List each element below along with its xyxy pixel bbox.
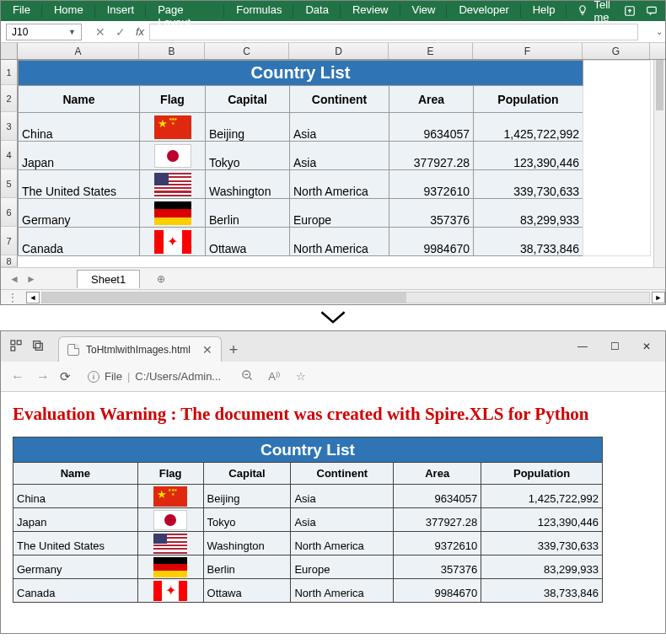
cell-name[interactable]: The United States bbox=[19, 170, 140, 199]
th-capital[interactable]: Capital bbox=[206, 86, 290, 113]
back-button[interactable]: ← bbox=[9, 369, 26, 384]
cell-population[interactable]: 1,425,722,992 bbox=[474, 113, 583, 142]
ribbon-tab-home[interactable]: Home bbox=[42, 1, 95, 21]
drag-handle-icon[interactable]: ⋮ bbox=[1, 292, 26, 303]
cell-flag[interactable] bbox=[140, 170, 206, 199]
ribbon-tab-formulas[interactable]: Formulas bbox=[224, 1, 293, 21]
ribbon-tab-file[interactable]: File bbox=[1, 1, 42, 21]
address-bar[interactable]: i File | C:/Users/Admin... bbox=[79, 367, 229, 386]
cell-continent[interactable]: Asia bbox=[290, 142, 389, 170]
row-header-7[interactable]: 7 bbox=[1, 227, 18, 255]
cell-continent[interactable]: North America bbox=[290, 170, 389, 199]
col-header-d[interactable]: D bbox=[289, 43, 389, 59]
cell-flag[interactable] bbox=[140, 228, 206, 256]
ribbon-tab-insert[interactable]: Insert bbox=[95, 1, 147, 21]
cell-population[interactable]: 123,390,446 bbox=[474, 142, 583, 170]
col-header-g[interactable]: G bbox=[583, 43, 650, 59]
col-header-a[interactable]: A bbox=[18, 43, 139, 59]
cell-name[interactable]: China bbox=[19, 113, 140, 142]
cell-name[interactable]: Japan bbox=[19, 142, 140, 170]
name-box[interactable]: J10 ▼ bbox=[6, 24, 82, 40]
tabs-overview-icon[interactable] bbox=[31, 339, 45, 355]
cell-area[interactable]: 357376 bbox=[389, 199, 474, 228]
zoom-icon[interactable] bbox=[238, 369, 256, 384]
row-header-5[interactable]: 5 bbox=[1, 169, 18, 198]
row-header-1[interactable]: 1 bbox=[1, 60, 18, 85]
cell-capital[interactable]: Berlin bbox=[206, 199, 290, 228]
workspace-icon[interactable] bbox=[9, 339, 23, 355]
ribbon-tab-developer[interactable]: Developer bbox=[447, 1, 520, 21]
forward-button[interactable]: → bbox=[35, 369, 51, 384]
cell-capital[interactable]: Washington bbox=[206, 170, 290, 199]
ribbon-tab-view[interactable]: View bbox=[400, 1, 448, 21]
favorite-icon[interactable]: ☆ bbox=[292, 370, 310, 383]
row-header-4[interactable]: 4 bbox=[1, 141, 18, 169]
comments-icon[interactable] bbox=[645, 4, 658, 18]
cancel-formula-icon[interactable]: ✕ bbox=[90, 25, 110, 39]
ribbon-tab-help[interactable]: Help bbox=[521, 1, 567, 21]
sheet-nav-prev-icon[interactable]: ◄ bbox=[9, 273, 19, 285]
col-header-e[interactable]: E bbox=[389, 43, 473, 59]
cell-population[interactable]: 38,733,846 bbox=[474, 228, 583, 256]
th-area[interactable]: Area bbox=[389, 86, 474, 113]
row-header-3[interactable]: 3 bbox=[1, 112, 18, 141]
add-sheet-button[interactable]: ⊕ bbox=[150, 271, 172, 287]
cell-area[interactable]: 9372610 bbox=[389, 170, 474, 199]
accept-formula-icon[interactable]: ✓ bbox=[110, 25, 131, 39]
cell-capital[interactable]: Ottawa bbox=[206, 228, 290, 256]
sheet-tab[interactable]: Sheet1 bbox=[77, 270, 140, 288]
cell-continent[interactable]: Asia bbox=[290, 113, 389, 142]
cell-capital[interactable]: Beijing bbox=[206, 113, 290, 142]
read-aloud-icon[interactable]: A)) bbox=[265, 370, 283, 383]
sheet-nav-next-icon[interactable]: ► bbox=[26, 273, 36, 285]
ribbon-tab-data[interactable]: Data bbox=[293, 1, 340, 21]
close-window-button[interactable]: ✕ bbox=[631, 336, 662, 357]
cell-flag[interactable] bbox=[140, 199, 206, 228]
scroll-right-icon[interactable]: ► bbox=[652, 292, 665, 303]
cell-continent[interactable]: Europe bbox=[290, 199, 389, 228]
select-all-corner[interactable] bbox=[1, 43, 18, 59]
cell-name[interactable]: Germany bbox=[19, 199, 140, 228]
horizontal-scrollbar[interactable]: ⋮ ◄ ► bbox=[1, 289, 665, 304]
row-header-2[interactable]: 2 bbox=[1, 85, 18, 112]
cell-population[interactable]: 83,299,933 bbox=[474, 199, 583, 228]
new-tab-button[interactable]: + bbox=[222, 338, 245, 362]
close-tab-icon[interactable]: ✕ bbox=[197, 343, 212, 357]
maximize-button[interactable]: ☐ bbox=[599, 336, 630, 357]
row-header-6[interactable]: 6 bbox=[1, 198, 18, 227]
browser-tab[interactable]: ToHtmlwithImages.html ✕ bbox=[58, 336, 222, 362]
ribbon-tab-page-layout[interactable]: Page Layout bbox=[146, 1, 224, 21]
url-path: C:/Users/Admin... bbox=[135, 370, 221, 383]
ribbon-tab-review[interactable]: Review bbox=[341, 1, 400, 21]
minimize-button[interactable]: — bbox=[567, 336, 598, 357]
cell-area[interactable]: 9634057 bbox=[389, 113, 474, 142]
vertical-scrollbar[interactable] bbox=[653, 60, 665, 267]
refresh-button[interactable]: ⟳ bbox=[60, 369, 71, 384]
th-name[interactable]: Name bbox=[19, 86, 140, 113]
cell-flag[interactable] bbox=[140, 113, 206, 142]
cell-area[interactable]: 377927.28 bbox=[389, 142, 474, 170]
chevron-down-icon[interactable]: ▼ bbox=[68, 28, 76, 36]
formula-input[interactable] bbox=[149, 24, 638, 40]
col-header-b[interactable]: B bbox=[139, 43, 205, 59]
scroll-left-icon[interactable]: ◄ bbox=[26, 292, 40, 303]
col-header-c[interactable]: C bbox=[205, 43, 289, 59]
cell-flag[interactable] bbox=[140, 142, 206, 170]
th-population[interactable]: Population bbox=[474, 86, 583, 113]
row-header-8[interactable]: 8 bbox=[1, 255, 18, 267]
expand-formula-icon[interactable]: ⌄ bbox=[653, 27, 665, 36]
th-flag[interactable]: Flag bbox=[140, 86, 206, 113]
table-title[interactable]: Country List bbox=[19, 61, 583, 86]
cell-capital[interactable]: Tokyo bbox=[206, 142, 290, 170]
cell-continent[interactable]: North America bbox=[290, 228, 389, 256]
cell-population[interactable]: 339,730,633 bbox=[474, 170, 583, 199]
cell-name[interactable]: Canada bbox=[19, 228, 140, 256]
col-header-f[interactable]: F bbox=[473, 43, 583, 59]
share-icon[interactable] bbox=[623, 4, 636, 18]
hth-capital: Capital bbox=[203, 463, 291, 485]
site-info-icon[interactable]: i bbox=[88, 371, 99, 383]
th-continent[interactable]: Continent bbox=[290, 86, 389, 113]
cell-area[interactable]: 9984670 bbox=[389, 228, 474, 256]
fx-icon[interactable]: fx bbox=[131, 25, 149, 38]
tell-me[interactable]: Tell me bbox=[567, 1, 623, 21]
